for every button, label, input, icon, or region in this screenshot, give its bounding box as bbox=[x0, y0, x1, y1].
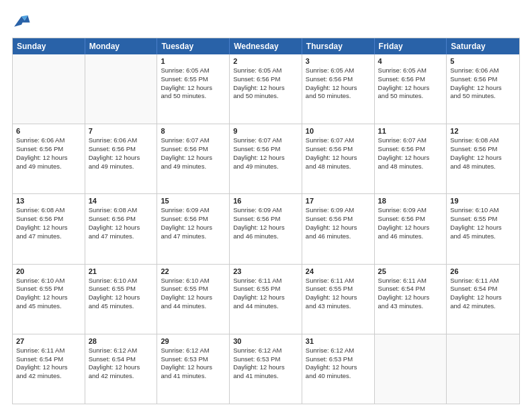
cell-info: Sunrise: 6:08 AMSunset: 6:56 PMDaylight:… bbox=[89, 206, 154, 240]
cell-info: Sunrise: 6:05 AMSunset: 6:56 PMDaylight:… bbox=[378, 66, 443, 101]
day-number: 30 bbox=[233, 337, 298, 345]
calendar-cell-empty bbox=[13, 54, 85, 124]
calendar-cell-31: 31Sunrise: 6:12 AMSunset: 6:53 PMDayligh… bbox=[302, 334, 375, 404]
calendar-cell-30: 30Sunrise: 6:12 AMSunset: 6:53 PMDayligh… bbox=[230, 334, 302, 404]
calendar-cell-13: 13Sunrise: 6:08 AMSunset: 6:56 PMDayligh… bbox=[13, 194, 85, 263]
calendar-cell-10: 10Sunrise: 6:07 AMSunset: 6:56 PMDayligh… bbox=[302, 124, 375, 193]
day-number: 27 bbox=[16, 337, 81, 345]
cell-info: Sunrise: 6:07 AMSunset: 6:56 PMDaylight:… bbox=[161, 136, 226, 171]
cell-info: Sunrise: 6:11 AMSunset: 6:55 PMDaylight:… bbox=[306, 277, 371, 311]
day-number: 9 bbox=[233, 127, 298, 135]
day-number: 2 bbox=[233, 57, 298, 65]
header-day-tuesday: Tuesday bbox=[157, 38, 230, 54]
cell-info: Sunrise: 6:08 AMSunset: 6:56 PMDaylight:… bbox=[450, 136, 516, 171]
calendar-cell-3: 3Sunrise: 6:05 AMSunset: 6:56 PMDaylight… bbox=[302, 54, 375, 124]
day-number: 14 bbox=[89, 197, 154, 205]
calendar-row-2: 6Sunrise: 6:06 AMSunset: 6:56 PMDaylight… bbox=[13, 124, 519, 193]
calendar-cell-6: 6Sunrise: 6:06 AMSunset: 6:56 PMDaylight… bbox=[13, 124, 85, 193]
cell-info: Sunrise: 6:10 AMSunset: 6:55 PMDaylight:… bbox=[89, 277, 154, 311]
calendar: SundayMondayTuesdayWednesdayThursdayFrid… bbox=[12, 38, 520, 404]
calendar-cell-16: 16Sunrise: 6:09 AMSunset: 6:56 PMDayligh… bbox=[230, 194, 302, 263]
cell-info: Sunrise: 6:12 AMSunset: 6:53 PMDaylight:… bbox=[306, 347, 371, 381]
calendar-cell-14: 14Sunrise: 6:08 AMSunset: 6:56 PMDayligh… bbox=[85, 194, 158, 263]
calendar-cell-29: 29Sunrise: 6:12 AMSunset: 6:53 PMDayligh… bbox=[157, 334, 230, 404]
calendar-body: 1Sunrise: 6:05 AMSunset: 6:55 PMDaylight… bbox=[13, 54, 519, 404]
calendar-cell-19: 19Sunrise: 6:10 AMSunset: 6:55 PMDayligh… bbox=[447, 194, 519, 263]
day-number: 16 bbox=[233, 197, 298, 205]
cell-info: Sunrise: 6:10 AMSunset: 6:55 PMDaylight:… bbox=[450, 206, 516, 240]
cell-info: Sunrise: 6:12 AMSunset: 6:53 PMDaylight:… bbox=[161, 347, 226, 381]
cell-info: Sunrise: 6:05 AMSunset: 6:56 PMDaylight:… bbox=[233, 66, 298, 101]
day-number: 10 bbox=[306, 127, 371, 135]
header-day-thursday: Thursday bbox=[302, 38, 375, 54]
calendar-cell-25: 25Sunrise: 6:11 AMSunset: 6:54 PMDayligh… bbox=[375, 265, 447, 334]
cell-info: Sunrise: 6:09 AMSunset: 6:56 PMDaylight:… bbox=[233, 206, 298, 240]
day-number: 18 bbox=[378, 197, 443, 205]
calendar-cell-11: 11Sunrise: 6:07 AMSunset: 6:56 PMDayligh… bbox=[375, 124, 447, 193]
header-day-saturday: Saturday bbox=[447, 38, 519, 54]
calendar-cell-21: 21Sunrise: 6:10 AMSunset: 6:55 PMDayligh… bbox=[85, 265, 158, 334]
cell-info: Sunrise: 6:06 AMSunset: 6:56 PMDaylight:… bbox=[16, 136, 81, 171]
logo-icon bbox=[12, 12, 31, 31]
cell-info: Sunrise: 6:07 AMSunset: 6:56 PMDaylight:… bbox=[378, 136, 443, 171]
day-number: 31 bbox=[306, 337, 371, 345]
cell-info: Sunrise: 6:09 AMSunset: 6:56 PMDaylight:… bbox=[161, 206, 226, 240]
calendar-cell-20: 20Sunrise: 6:10 AMSunset: 6:55 PMDayligh… bbox=[13, 265, 85, 334]
cell-info: Sunrise: 6:07 AMSunset: 6:56 PMDaylight:… bbox=[306, 136, 371, 171]
header bbox=[12, 12, 520, 31]
calendar-cell-17: 17Sunrise: 6:09 AMSunset: 6:56 PMDayligh… bbox=[302, 194, 375, 263]
cell-info: Sunrise: 6:05 AMSunset: 6:55 PMDaylight:… bbox=[161, 66, 226, 101]
cell-info: Sunrise: 6:07 AMSunset: 6:56 PMDaylight:… bbox=[233, 136, 298, 171]
calendar-cell-18: 18Sunrise: 6:09 AMSunset: 6:56 PMDayligh… bbox=[375, 194, 447, 263]
calendar-cell-23: 23Sunrise: 6:11 AMSunset: 6:55 PMDayligh… bbox=[230, 265, 302, 334]
cell-info: Sunrise: 6:12 AMSunset: 6:53 PMDaylight:… bbox=[233, 347, 298, 381]
day-number: 24 bbox=[306, 267, 371, 275]
calendar-cell-24: 24Sunrise: 6:11 AMSunset: 6:55 PMDayligh… bbox=[302, 265, 375, 334]
cell-info: Sunrise: 6:10 AMSunset: 6:55 PMDaylight:… bbox=[16, 277, 81, 311]
calendar-cell-4: 4Sunrise: 6:05 AMSunset: 6:56 PMDaylight… bbox=[375, 54, 447, 124]
calendar-cell-8: 8Sunrise: 6:07 AMSunset: 6:56 PMDaylight… bbox=[157, 124, 230, 193]
cell-info: Sunrise: 6:09 AMSunset: 6:56 PMDaylight:… bbox=[306, 206, 371, 240]
calendar-cell-28: 28Sunrise: 6:12 AMSunset: 6:54 PMDayligh… bbox=[85, 334, 158, 404]
calendar-cell-27: 27Sunrise: 6:11 AMSunset: 6:54 PMDayligh… bbox=[13, 334, 85, 404]
header-day-friday: Friday bbox=[375, 38, 447, 54]
day-number: 25 bbox=[378, 267, 443, 275]
cell-info: Sunrise: 6:11 AMSunset: 6:54 PMDaylight:… bbox=[16, 347, 81, 381]
day-number: 17 bbox=[306, 197, 371, 205]
cell-info: Sunrise: 6:08 AMSunset: 6:56 PMDaylight:… bbox=[16, 206, 81, 240]
calendar-row-5: 27Sunrise: 6:11 AMSunset: 6:54 PMDayligh… bbox=[13, 334, 519, 404]
cell-info: Sunrise: 6:11 AMSunset: 6:55 PMDaylight:… bbox=[233, 277, 298, 311]
cell-info: Sunrise: 6:06 AMSunset: 6:56 PMDaylight:… bbox=[89, 136, 154, 171]
calendar-cell-9: 9Sunrise: 6:07 AMSunset: 6:56 PMDaylight… bbox=[230, 124, 302, 193]
day-number: 15 bbox=[161, 197, 226, 205]
calendar-cell-15: 15Sunrise: 6:09 AMSunset: 6:56 PMDayligh… bbox=[157, 194, 230, 263]
day-number: 29 bbox=[161, 337, 226, 345]
calendar-cell-5: 5Sunrise: 6:06 AMSunset: 6:56 PMDaylight… bbox=[447, 54, 519, 124]
day-number: 11 bbox=[378, 127, 443, 135]
day-number: 26 bbox=[450, 267, 516, 275]
cell-info: Sunrise: 6:11 AMSunset: 6:54 PMDaylight:… bbox=[378, 277, 443, 311]
day-number: 22 bbox=[161, 267, 226, 275]
day-number: 21 bbox=[89, 267, 154, 275]
day-number: 28 bbox=[89, 337, 154, 345]
cell-info: Sunrise: 6:05 AMSunset: 6:56 PMDaylight:… bbox=[306, 66, 371, 101]
day-number: 12 bbox=[450, 127, 516, 135]
calendar-row-4: 20Sunrise: 6:10 AMSunset: 6:55 PMDayligh… bbox=[13, 264, 519, 334]
logo bbox=[12, 12, 34, 31]
header-day-sunday: Sunday bbox=[13, 38, 85, 54]
calendar-cell-1: 1Sunrise: 6:05 AMSunset: 6:55 PMDaylight… bbox=[157, 54, 230, 124]
day-number: 20 bbox=[16, 267, 81, 275]
day-number: 5 bbox=[450, 57, 516, 65]
cell-info: Sunrise: 6:06 AMSunset: 6:56 PMDaylight:… bbox=[450, 66, 516, 101]
calendar-row-1: 1Sunrise: 6:05 AMSunset: 6:55 PMDaylight… bbox=[13, 54, 519, 124]
calendar-cell-22: 22Sunrise: 6:10 AMSunset: 6:55 PMDayligh… bbox=[157, 265, 230, 334]
day-number: 8 bbox=[161, 127, 226, 135]
calendar-cell-empty bbox=[375, 334, 447, 404]
header-day-monday: Monday bbox=[85, 38, 158, 54]
calendar-cell-12: 12Sunrise: 6:08 AMSunset: 6:56 PMDayligh… bbox=[447, 124, 519, 193]
calendar-cell-26: 26Sunrise: 6:11 AMSunset: 6:54 PMDayligh… bbox=[447, 265, 519, 334]
header-day-wednesday: Wednesday bbox=[230, 38, 302, 54]
day-number: 4 bbox=[378, 57, 443, 65]
day-number: 3 bbox=[306, 57, 371, 65]
calendar-cell-empty bbox=[85, 54, 158, 124]
